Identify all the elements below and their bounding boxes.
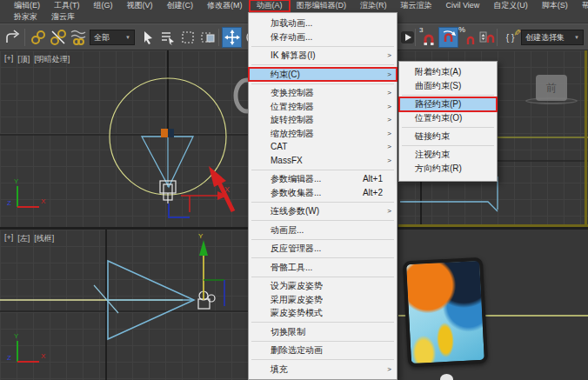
viewport-view-name[interactable]: [顶] [17, 54, 30, 65]
submenu-item-lookat-constraint[interactable]: 注视约束 [399, 148, 497, 162]
menu-civil-view[interactable]: Civil View [439, 0, 487, 11]
menu-item-toggle-limits[interactable]: 切换限制 [249, 325, 397, 339]
menu-item-animation-layers[interactable]: 动画层... [249, 223, 397, 237]
menu-tools[interactable]: 工具(T) [47, 0, 87, 11]
active-viewport-border-right [585, 50, 587, 227]
selection-set-value: 创建选择集 [525, 32, 565, 43]
menu-item-load-animation[interactable]: 加载动画... [249, 17, 397, 30]
viewport-perspective[interactable] [398, 230, 588, 380]
submenu-arrow-icon: > [387, 154, 391, 168]
select-object-icon[interactable] [137, 27, 157, 48]
bind-to-space-warp-icon[interactable] [68, 27, 88, 48]
percent-snap-toggle-icon[interactable]: % [458, 27, 478, 48]
menu-item-constraints[interactable]: 约束(C)> [249, 68, 397, 82]
redo-button[interactable] [3, 27, 23, 48]
select-and-move-button[interactable] [222, 27, 242, 48]
viewcube[interactable]: 前 [536, 75, 567, 101]
submenu-item-position-constraint[interactable]: 位置约束(O) [399, 111, 497, 125]
cone-wireframe-partial [400, 202, 498, 211]
menu-banjiajia[interactable]: 扮家家 [7, 11, 44, 23]
viewport-menu-plus[interactable]: [+] [4, 54, 13, 65]
menu-edit[interactable]: 编辑(E) [7, 0, 47, 11]
menu-item-skin-pose-mode[interactable]: 蒙皮姿势模式 [249, 306, 397, 320]
menu-rendering[interactable]: 渲染(R) [353, 0, 394, 11]
main-menu-row: 编辑(E) 工具(T) 组(G) 视图(V) 创建(C) 修改器(M) 动画(A… [0, 0, 588, 11]
viewcube-front-face[interactable]: 前 [546, 81, 557, 96]
snap-3d-label: 3 [419, 26, 423, 34]
menu-item-parameter-collector[interactable]: 参数收集器...Alt+2 [249, 186, 397, 200]
viewport-shading-mode[interactable]: [线框] [34, 233, 54, 244]
window-crossing-icon[interactable] [197, 27, 217, 48]
select-by-name-icon[interactable] [157, 27, 177, 48]
sphere-object[interactable] [440, 374, 453, 380]
menu-views[interactable]: 视图(V) [120, 0, 160, 11]
menu-item-transform-controllers[interactable]: 变换控制器> [249, 86, 397, 100]
menu-item-wire-parameters[interactable]: 连线参数(W)> [249, 204, 397, 218]
spinner-snap-toggle-icon[interactable] [477, 27, 497, 48]
edit-named-selection-sets-icon[interactable]: { } ✎ [500, 27, 520, 48]
pencil-icon: ✎ [511, 29, 521, 36]
chevron-down-icon: ▼ [125, 35, 130, 40]
svg-text:Z: Z [7, 354, 11, 362]
submenu-item-surface-constraint[interactable]: 曲面约束(S) [399, 79, 497, 93]
submenu-item-link-constraint[interactable]: 链接约束 [399, 130, 497, 143]
3dsmax-window: [+] [顶] [明暗处理] [0, 0, 588, 380]
menu-help[interactable]: 帮助(H) [575, 0, 588, 11]
unlink-selection-icon[interactable] [48, 27, 68, 48]
menu-item-scale-controllers[interactable]: 缩放控制器> [249, 127, 397, 141]
menu-item-populate[interactable]: 填充> [249, 363, 397, 377]
menu-item-set-as-skin-pose[interactable]: 设为蒙皮姿势 [249, 279, 397, 293]
named-selection-set-dropdown[interactable]: 创建选择集 ▼ [521, 30, 584, 45]
menu-item-bone-tools[interactable]: 骨骼工具... [249, 261, 397, 275]
menu-create[interactable]: 创建(C) [160, 0, 201, 11]
submenu-arrow-icon: > [387, 127, 391, 141]
menu-liuyunku[interactable]: 溜云库 [44, 11, 82, 23]
viewport-shading-mode[interactable]: [明暗处理] [34, 54, 70, 65]
selection-filter-dropdown[interactable]: 全部 ▼ [90, 30, 135, 45]
menu-item-save-animation[interactable]: 保存动画... [249, 30, 397, 44]
menu-item-position-controllers[interactable]: 位置控制器> [249, 100, 397, 114]
selected-object [198, 291, 215, 309]
viewport-left-label: [+] [左] [线框] [4, 233, 54, 244]
submenu-arrow-icon: > [387, 113, 391, 127]
menu-item-ik-solvers[interactable]: IK 解算器(I)> [249, 49, 397, 63]
animation-menu: 加载动画... 保存动画... IK 解算器(I)> 约束(C)> 变换控制器>… [248, 12, 398, 380]
menu-graph-editors[interactable]: 图形编辑器(D) [290, 0, 354, 11]
menu-animation[interactable]: 动画(A) [250, 0, 290, 11]
svg-text:X: X [41, 197, 46, 205]
submenu-item-orientation-constraint[interactable]: 方向约束(R) [399, 162, 497, 176]
submenu-item-attachment-constraint[interactable]: 附着约束(A) [399, 65, 497, 79]
constraints-submenu: 附着约束(A) 曲面约束(S) 路径约束(P) 位置约束(O) 链接约束 注视约… [398, 61, 498, 182]
world-axis-tripod: Y X Z [7, 177, 46, 207]
select-and-link-icon[interactable] [28, 27, 48, 48]
angle-snap-toggle-button[interactable] [438, 27, 458, 48]
menu-item-reaction-manager[interactable]: 反应管理器... [249, 242, 397, 256]
svg-text:X: X [41, 352, 46, 360]
menu-item-delete-selected-animation[interactable]: 删除选定动画 [249, 343, 397, 357]
snap-toggle-3d-icon[interactable]: 3 [418, 27, 438, 48]
submenu-arrow-icon: > [387, 100, 391, 114]
viewport-view-name[interactable]: [左] [17, 233, 30, 244]
viewport-menu-plus[interactable]: [+] [4, 233, 13, 244]
menu-item-cat[interactable]: CAT> [249, 140, 397, 154]
submenu-arrow-icon: > [387, 49, 391, 63]
menu-item-parameter-editor[interactable]: 参数编辑器...Alt+1 [249, 172, 397, 186]
svg-text:Z: Z [7, 199, 11, 207]
menu-cloud-render[interactable]: 瑞云渲染 [394, 0, 439, 11]
svg-text:Y: Y [14, 332, 19, 340]
rectangular-selection-region-icon[interactable] [177, 27, 197, 48]
submenu-arrow-icon: > [387, 86, 391, 100]
shortcut-label: Alt+1 [363, 172, 383, 186]
menu-group[interactable]: 组(G) [87, 0, 120, 11]
menu-item-massfx[interactable]: MassFX> [249, 154, 397, 168]
menu-modifiers[interactable]: 修改器(M) [200, 0, 250, 11]
menu-item-assume-skin-pose[interactable]: 采用蒙皮姿势 [249, 293, 397, 307]
submenu-item-path-constraint[interactable]: 路径约束(P) [399, 97, 497, 111]
x-axis-label: X [224, 185, 230, 194]
menu-item-rotation-controllers[interactable]: 旋转控制器> [249, 113, 397, 127]
shortcut-label: Alt+2 [363, 186, 383, 200]
tablet-object[interactable] [403, 257, 488, 368]
menu-customize[interactable]: 自定义(U) [486, 0, 535, 11]
menu-scripting[interactable]: 脚本(S) [535, 0, 575, 11]
y-axis-arrow [199, 240, 208, 256]
